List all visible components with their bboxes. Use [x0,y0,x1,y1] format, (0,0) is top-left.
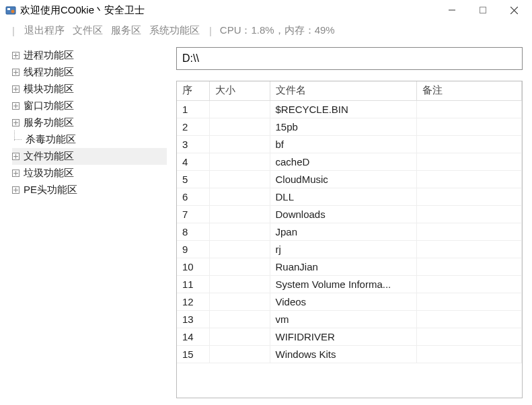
menu-exit[interactable]: 退出程序 [24,24,65,37]
cell-size [209,275,270,293]
table-row[interactable]: 5CloudMusic [177,170,522,188]
cell-size [209,135,270,153]
app-icon [5,5,16,15]
cell-note [416,135,522,153]
cell-seq: 2 [177,118,209,135]
cell-name: System Volume Informa... [270,275,416,293]
cell-size [209,310,270,328]
menu-system-area[interactable]: 系统功能区 [149,24,200,37]
cell-note [416,188,522,205]
table-row[interactable]: 9rj [177,240,522,258]
col-note-header[interactable]: 备注 [416,81,522,100]
titlebar: 欢迎使用CO0kie丶安全卫士 [0,0,532,20]
tree-item[interactable]: 文件功能区 [12,148,167,165]
cell-seq: 5 [177,170,209,188]
cell-seq: 7 [177,205,209,223]
tree-item[interactable]: 垃圾功能区 [12,165,167,182]
cell-name: Downloads [270,205,416,223]
expand-icon[interactable] [12,52,20,59]
close-button[interactable] [498,0,529,20]
cell-name: CloudMusic [270,170,416,188]
tree-item-label: 杀毒功能区 [26,133,76,146]
tree-item-label: 垃圾功能区 [24,167,74,180]
svg-point-2 [11,10,15,13]
path-input[interactable] [176,47,523,70]
tree-item-label: 进程功能区 [24,49,74,62]
cell-size [209,258,270,275]
window-title: 欢迎使用CO0kie丶安全卫士 [20,4,436,17]
table-row[interactable]: 7Downloads [177,205,522,223]
cell-size [209,205,270,223]
cell-size [209,118,270,135]
cell-note [416,310,522,328]
sidebar: 进程功能区线程功能区模块功能区窗口功能区服务功能区杀毒功能区文件功能区垃圾功能区… [12,47,167,398]
cell-note [416,275,522,293]
cell-seq: 9 [177,240,209,258]
tree-item-label: 线程功能区 [24,66,74,79]
expand-icon[interactable] [12,186,20,194]
expand-icon[interactable] [12,119,20,126]
menu-file-area[interactable]: 文件区 [73,24,103,37]
table-row[interactable]: 10RuanJian [177,258,522,275]
table-row[interactable]: 4cacheD [177,153,522,170]
cell-name: Jpan [270,223,416,240]
cell-seq: 14 [177,328,209,345]
cell-note [416,118,522,135]
cell-note [416,258,522,275]
tree-item[interactable]: 进程功能区 [12,47,167,64]
table-row[interactable]: 11System Volume Informa... [177,275,522,293]
maximize-button[interactable] [467,0,498,20]
cell-name: RuanJian [270,258,416,275]
cell-seq: 3 [177,135,209,153]
cell-note [416,293,522,310]
cell-name: rj [270,240,416,258]
expand-icon[interactable] [12,102,20,110]
cell-name: cacheD [270,153,416,170]
table-row[interactable]: 15Windows Kits [177,345,522,363]
expand-icon[interactable] [12,69,20,76]
file-table-container: 序 大小 文件名 备注 1$RECYCLE.BIN215pb3bf4cacheD… [176,81,523,398]
cell-name: DLL [270,188,416,205]
tree-item[interactable]: PE头功能区 [12,182,167,198]
cell-note [416,240,522,258]
tree-item[interactable]: 窗口功能区 [12,98,167,114]
minimize-button[interactable] [436,0,467,20]
table-row[interactable]: 1$RECYCLE.BIN [177,100,522,118]
table-row[interactable]: 12Videos [177,293,522,310]
table-row[interactable]: 8Jpan [177,223,522,240]
cell-seq: 10 [177,258,209,275]
expand-icon[interactable] [12,170,20,177]
table-row[interactable]: 6DLL [177,188,522,205]
expand-icon[interactable] [12,85,20,93]
menu-separator: | [12,25,15,36]
cell-note [416,345,522,363]
cell-size [209,170,270,188]
cell-seq: 15 [177,345,209,363]
table-row[interactable]: 215pb [177,118,522,135]
expand-icon[interactable] [12,153,20,160]
cell-seq: 11 [177,275,209,293]
tree-view: 进程功能区线程功能区模块功能区窗口功能区服务功能区杀毒功能区文件功能区垃圾功能区… [12,47,167,198]
cell-name: $RECYCLE.BIN [270,100,416,118]
col-size-header[interactable]: 大小 [209,81,270,100]
cell-note [416,153,522,170]
tree-item[interactable]: 杀毒功能区 [12,131,167,148]
cell-seq: 6 [177,188,209,205]
tree-branch-icon[interactable] [12,136,22,143]
col-seq-header[interactable]: 序 [177,81,209,100]
tree-item[interactable]: 服务功能区 [12,114,167,131]
menubar: | 退出程序 文件区 服务区 系统功能区 | CPU：1.8%，内存：49% [0,20,532,40]
menu-service-area[interactable]: 服务区 [111,24,141,37]
cell-size [209,293,270,310]
col-name-header[interactable]: 文件名 [270,81,416,100]
tree-item[interactable]: 模块功能区 [12,81,167,98]
cell-seq: 4 [177,153,209,170]
table-row[interactable]: 14WIFIDRIVER [177,328,522,345]
cell-name: WIFIDRIVER [270,328,416,345]
tree-item[interactable]: 线程功能区 [12,64,167,81]
main-panel: 序 大小 文件名 备注 1$RECYCLE.BIN215pb3bf4cacheD… [176,47,523,398]
table-row[interactable]: 13vm [177,310,522,328]
cell-name: bf [270,135,416,153]
cell-name: vm [270,310,416,328]
table-row[interactable]: 3bf [177,135,522,153]
